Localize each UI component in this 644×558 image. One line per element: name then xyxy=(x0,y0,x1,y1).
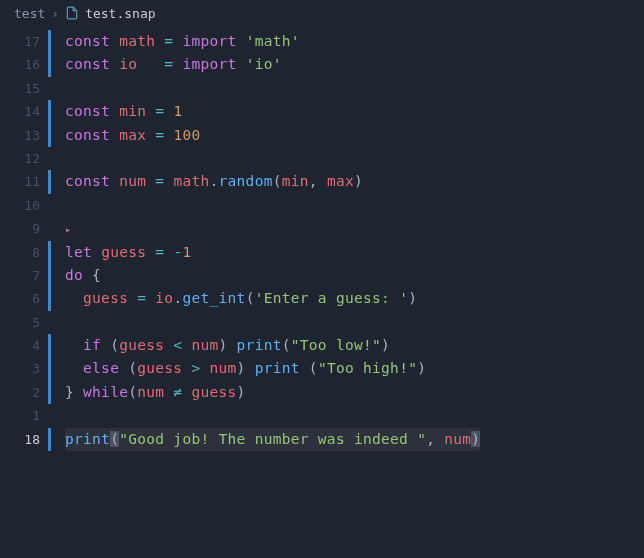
code-line[interactable]: 17const math = import 'math' xyxy=(0,30,644,53)
token-var: io xyxy=(155,290,173,306)
code-content[interactable]: const math = import 'math' xyxy=(65,30,300,53)
token-punc: ( xyxy=(110,337,119,353)
token-var: guess xyxy=(191,384,236,400)
line-number: 7 xyxy=(0,264,48,287)
modified-bar xyxy=(48,100,51,123)
code-line[interactable]: 9▸ xyxy=(0,217,644,240)
token-punc: ( xyxy=(309,360,318,376)
token-op: > xyxy=(182,360,209,376)
token-punc: ) xyxy=(354,173,363,189)
file-icon xyxy=(65,6,79,20)
code-content[interactable]: let guess = -1 xyxy=(65,241,191,264)
modified-bar xyxy=(48,77,51,100)
code-line[interactable]: 18print("Good job! The number was indeed… xyxy=(0,428,644,451)
line-number: 5 xyxy=(0,311,48,334)
line-number: 9 xyxy=(0,217,48,240)
modified-bar xyxy=(48,217,51,240)
token-var: guess xyxy=(137,360,182,376)
line-number: 15 xyxy=(0,77,48,100)
token-var: num xyxy=(119,173,146,189)
token-str: 'io' xyxy=(246,56,282,72)
token-var: min xyxy=(282,173,309,189)
token-punc: ) xyxy=(381,337,390,353)
code-content[interactable]: guess = io.get_int('Enter a guess: ') xyxy=(65,287,417,310)
breadcrumb-filename[interactable]: test.snap xyxy=(85,6,155,21)
token-var: guess xyxy=(119,337,164,353)
token-punc: ( xyxy=(282,337,291,353)
chevron-right-icon: › xyxy=(51,6,59,21)
token-var: guess xyxy=(83,290,128,306)
code-content[interactable]: const io = import 'io' xyxy=(65,53,282,76)
token-str: "Too high!" xyxy=(318,360,417,376)
token-fn: random xyxy=(219,173,273,189)
code-line[interactable]: 1 xyxy=(0,404,644,427)
token-punc: ( xyxy=(128,384,137,400)
modified-bar xyxy=(48,170,51,193)
code-content[interactable]: } while(num ≠ guess) xyxy=(65,381,246,404)
token-var: min xyxy=(119,103,146,119)
line-number: 8 xyxy=(0,241,48,264)
token-op: < xyxy=(164,337,191,353)
code-line[interactable]: 15 xyxy=(0,77,644,100)
line-number: 16 xyxy=(0,53,48,76)
code-content[interactable]: const max = 100 xyxy=(65,124,200,147)
line-number: 17 xyxy=(0,30,48,53)
token-kw: const xyxy=(65,33,119,49)
code-line[interactable]: 11const num = math.random(min, max) xyxy=(0,170,644,193)
token-punc: ( xyxy=(110,431,119,447)
line-number: 3 xyxy=(0,357,48,380)
code-line[interactable]: 2} while(num ≠ guess) xyxy=(0,381,644,404)
line-number: 1 xyxy=(0,404,48,427)
modified-bar xyxy=(48,124,51,147)
token-var: num xyxy=(444,431,471,447)
token-var: max xyxy=(119,127,146,143)
token-punc: . xyxy=(210,173,219,189)
token-kw: while xyxy=(83,384,128,400)
code-content[interactable]: do { xyxy=(65,264,101,287)
modified-bar xyxy=(48,428,51,451)
code-editor[interactable]: 17const math = import 'math'16const io =… xyxy=(0,26,644,451)
breadcrumb-folder[interactable]: test xyxy=(14,6,45,21)
code-line[interactable]: 10 xyxy=(0,194,644,217)
code-line[interactable]: 6 guess = io.get_int('Enter a guess: ') xyxy=(0,287,644,310)
token-var: io xyxy=(119,56,137,72)
token-punc: ( xyxy=(246,290,255,306)
token-num: 100 xyxy=(173,127,200,143)
code-line[interactable]: 4 if (guess < num) print("Too low!") xyxy=(0,334,644,357)
code-line[interactable]: 7do { xyxy=(0,264,644,287)
code-content[interactable]: const num = math.random(min, max) xyxy=(65,170,363,193)
token-op: = xyxy=(146,103,173,119)
token-str: 'math' xyxy=(246,33,300,49)
token-op: = xyxy=(155,33,182,49)
code-content[interactable]: ▸ xyxy=(65,217,71,241)
code-content[interactable]: else (guess > num) print ("Too high!") xyxy=(65,357,426,380)
line-number: 18 xyxy=(0,428,48,451)
token-var: max xyxy=(327,173,354,189)
token-str: "Good job! The number was indeed " xyxy=(119,431,426,447)
code-line[interactable]: 3 else (guess > num) print ("Too high!") xyxy=(0,357,644,380)
code-content[interactable]: print("Good job! The number was indeed "… xyxy=(65,428,480,451)
code-line[interactable]: 13const max = 100 xyxy=(0,124,644,147)
modified-bar xyxy=(48,241,51,264)
modified-bar xyxy=(48,287,51,310)
token-kw: import xyxy=(182,56,245,72)
token-num: 1 xyxy=(173,103,182,119)
fold-marker-icon[interactable]: ▸ xyxy=(65,224,71,235)
code-content[interactable]: const min = 1 xyxy=(65,100,182,123)
token-fn: print xyxy=(237,337,282,353)
line-number: 14 xyxy=(0,100,48,123)
breadcrumb[interactable]: test › test.snap xyxy=(0,0,644,26)
code-line[interactable]: 12 xyxy=(0,147,644,170)
code-line[interactable]: 8let guess = -1 xyxy=(0,241,644,264)
token-punc: ) xyxy=(471,431,480,447)
token-var: num xyxy=(137,384,164,400)
token-fn: print xyxy=(65,431,110,447)
token-op: = xyxy=(146,244,173,260)
code-content[interactable]: if (guess < num) print("Too low!") xyxy=(65,334,390,357)
token-punc: ) xyxy=(219,337,237,353)
code-line[interactable]: 5 xyxy=(0,311,644,334)
token-kw: do xyxy=(65,267,92,283)
code-line[interactable]: 14const min = 1 xyxy=(0,100,644,123)
token-kw: let xyxy=(65,244,101,260)
code-line[interactable]: 16const io = import 'io' xyxy=(0,53,644,76)
